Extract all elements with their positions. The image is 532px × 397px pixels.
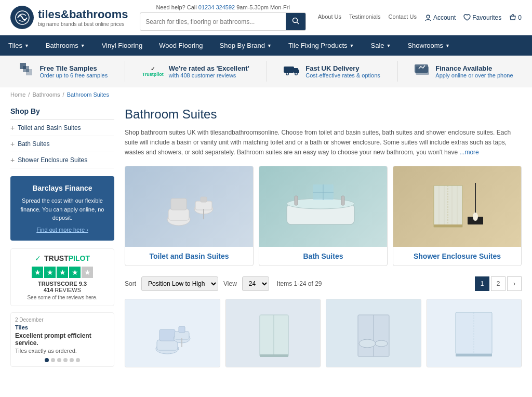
svg-rect-18: [195, 201, 212, 210]
items-count: Items 1-24 of 29: [277, 280, 322, 287]
product-card-4[interactable]: [427, 299, 522, 367]
dot-1: [45, 358, 49, 362]
barclays-desc: Spread the cost with our flexible financ…: [18, 196, 107, 222]
product-img-1: [125, 299, 220, 367]
account-link[interactable]: Account: [424, 14, 456, 21]
about-us-link[interactable]: About Us: [318, 14, 341, 20]
cat-shower-img: [393, 166, 521, 247]
tp-check-icon: ✓: [35, 254, 41, 262]
nav-showrooms[interactable]: Showrooms ▼: [399, 35, 458, 56]
sidebar-item-bath-suites[interactable]: + Bath Suites: [10, 136, 114, 152]
svg-rect-15: [168, 209, 189, 220]
svg-point-38: [473, 213, 478, 221]
svg-line-2: [297, 22, 299, 24]
favourites-link[interactable]: Favourites: [463, 14, 501, 21]
breadcrumb-home[interactable]: Home: [10, 91, 25, 98]
tp-reviews-count: 414 REVIEWS: [16, 287, 109, 293]
banner-free-samples: Free Tile Samples Order up to 6 free sam…: [19, 62, 108, 81]
sort-bar: Sort Position Low to High Position High …: [125, 276, 522, 291]
nav-tile-fixing[interactable]: Tile Fixing Products ▼: [280, 35, 363, 56]
breadcrumb-bathrooms[interactable]: Bathrooms: [32, 91, 60, 98]
barclays-title: Barclays Finance: [18, 184, 107, 192]
page-2-btn[interactable]: 2: [491, 276, 506, 291]
cat-card-bath[interactable]: Bath Suites: [259, 166, 388, 266]
read-more-link[interactable]: ...more: [459, 149, 478, 156]
tp-star-4: ★: [69, 267, 81, 278]
banner-delivery-text: Fast UK Delivery Cost-effective rates & …: [305, 64, 380, 78]
search-button[interactable]: [286, 13, 305, 30]
review-product: Tiles: [15, 324, 110, 330]
page-next-btn[interactable]: ›: [507, 276, 522, 291]
cat-toilet-label: Toilet and Basin Suites: [125, 247, 253, 266]
view-select[interactable]: 24 48 96: [242, 276, 269, 291]
product-card-3[interactable]: [326, 299, 421, 367]
nav-shop-by-brand[interactable]: Shop By Brand ▼: [211, 35, 280, 56]
product-img-4: [427, 299, 522, 367]
svg-rect-30: [434, 186, 462, 227]
svg-rect-54: [456, 354, 492, 356]
svg-rect-23: [295, 196, 298, 205]
tp-stars: ★ ★ ★ ★ ★: [16, 267, 109, 278]
tp-star-3: ★: [57, 267, 68, 278]
finance-icon: [415, 62, 430, 80]
tp-star-1: ★: [32, 267, 43, 278]
content-area: Shop By + Toilet and Basin Suites + Bath…: [0, 102, 532, 373]
review-date: 2 December: [15, 317, 110, 323]
testimonials-link[interactable]: Testimonials: [349, 14, 381, 20]
logo-sub: big name brands at best online prices: [38, 21, 128, 27]
dot-6: [76, 358, 80, 362]
search-input[interactable]: [140, 14, 286, 30]
product-card-2[interactable]: [225, 299, 321, 367]
banner-delivery: Fast UK Delivery Cost-effective rates & …: [284, 64, 380, 78]
basket-link[interactable]: 0: [509, 14, 522, 21]
main-nav: Tiles ▼ Bathrooms ▼ Vinyl Flooring Wood …: [0, 35, 532, 56]
page-1-btn[interactable]: 1: [475, 276, 489, 291]
banner-finance: Finance Available Apply online or over t…: [415, 62, 513, 80]
cat-card-toilet[interactable]: Toilet and Basin Suites: [125, 166, 254, 266]
svg-rect-44: [179, 326, 185, 333]
sidebar-item-toilet-basin[interactable]: + Toilet and Basin Suites: [10, 120, 114, 136]
cat-card-shower[interactable]: Shower Enclosure Suites: [393, 166, 522, 266]
dot-2: [51, 358, 55, 362]
svg-rect-35: [434, 224, 462, 227]
svg-rect-13: [415, 64, 428, 73]
category-cards: Toilet and Basin Suites: [125, 166, 522, 266]
search-area: Need help? Call 01234 324592 9am-5.30pm …: [140, 4, 306, 31]
svg-point-51: [359, 339, 376, 348]
tile-samples-icon: [19, 62, 34, 81]
tp-star-5: ★: [82, 267, 93, 278]
svg-rect-19: [201, 197, 207, 202]
top-right-links: About Us Testimonials Contact Us: [318, 14, 417, 20]
phone-link[interactable]: 01234 324592: [198, 4, 235, 10]
sort-label: Sort: [125, 280, 136, 287]
breadcrumb: Home / Bathrooms / Bathroom Suites: [0, 87, 532, 102]
nav-bathrooms[interactable]: Bathrooms ▼: [37, 35, 94, 56]
sidebar-item-shower-enclosure[interactable]: + Shower Enclosure Suites: [10, 152, 114, 168]
barclays-link[interactable]: Find out more here ›: [18, 227, 107, 233]
svg-point-11: [296, 73, 297, 75]
plus-icon: +: [10, 124, 15, 132]
nav-sale[interactable]: Sale ▼: [363, 35, 400, 56]
cat-shower-label: Shower Enclosure Suites: [393, 247, 521, 266]
dot-4: [63, 358, 68, 362]
view-label: View: [223, 280, 237, 287]
breadcrumb-current: Bathroom Suites: [67, 91, 109, 98]
review-text: Tiles exactly as ordered.: [15, 348, 110, 354]
product-card-1[interactable]: [125, 299, 220, 367]
svg-rect-6: [26, 69, 32, 75]
svg-rect-41: [159, 329, 175, 341]
svg-point-1: [293, 18, 298, 23]
sidebar: Shop By + Toilet and Basin Suites + Bath…: [10, 102, 114, 373]
banner-divider-1: [125, 61, 125, 82]
banner-divider-3: [397, 61, 398, 82]
svg-rect-24: [341, 196, 344, 205]
banner-trustpilot: ✓ Trustpilot We're rated as 'Excellent' …: [142, 64, 249, 78]
product-img-2: [226, 299, 321, 367]
cat-toilet-img: [125, 166, 253, 247]
nav-vinyl-flooring[interactable]: Vinyl Flooring: [94, 35, 151, 56]
contact-us-link[interactable]: Contact Us: [388, 14, 416, 20]
tp-see-reviews[interactable]: See some of the reviews here.: [16, 295, 109, 300]
nav-wood-flooring[interactable]: Wood Flooring: [151, 35, 211, 56]
sort-select[interactable]: Position Low to High Position High to Lo…: [141, 276, 218, 291]
nav-tiles[interactable]: Tiles ▼: [0, 35, 37, 56]
